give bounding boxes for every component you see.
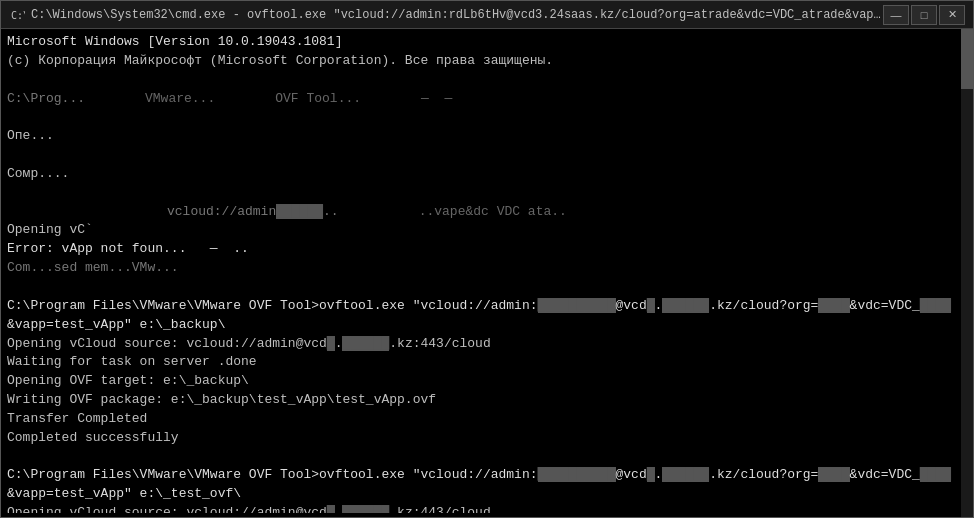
console-line <box>7 448 967 467</box>
close-button[interactable]: ✕ <box>939 5 965 25</box>
console-line: C:\Prog...VMware...OVF Tool...— — <box>7 90 967 109</box>
scrollbar-thumb[interactable] <box>961 29 973 89</box>
console-line: Opening OVF target: e:\_backup\ <box>7 372 967 391</box>
console-line: Writing OVF package: e:\_backup\test_vAp… <box>7 391 967 410</box>
console-line: Microsoft Windows [Version 10.0.19043.10… <box>7 33 967 52</box>
title-bar-left: C:\ C:\Windows\System32\cmd.exe - ovftoo… <box>9 7 883 23</box>
console-line: (c) Корпорация Майкрософт (Microsoft Cor… <box>7 52 967 71</box>
console-content: Microsoft Windows [Version 10.0.19043.10… <box>7 33 967 513</box>
console-line: Com...sed mem...VMw... <box>7 259 967 278</box>
scrollbar[interactable] <box>961 29 973 517</box>
console-line: Waiting for task on server .done <box>7 353 967 372</box>
cmd-window: C:\ C:\Windows\System32\cmd.exe - ovftoo… <box>0 0 974 518</box>
console-line: Сомр.... <box>7 165 967 184</box>
console-line <box>7 108 967 127</box>
console-line: Opening vC` <box>7 221 967 240</box>
title-bar: C:\ C:\Windows\System32\cmd.exe - ovftoo… <box>1 1 973 29</box>
cmd-icon: C:\ <box>9 7 25 23</box>
console-line: Transfer Completed <box>7 410 967 429</box>
console-line: &vapp=test_vApp" e:\_backup\ <box>7 316 967 335</box>
maximize-button[interactable]: □ <box>911 5 937 25</box>
console-line: C:\Program Files\VMware\VMware OVF Tool>… <box>7 297 967 316</box>
console-line: Opening vCloud source: vcloud://admin@vc… <box>7 504 967 513</box>
window-title: C:\Windows\System32\cmd.exe - ovftool.ex… <box>31 8 883 22</box>
svg-text:C:\: C:\ <box>11 10 25 21</box>
console-line: &vapp=test_vApp" e:\_test_ovf\ <box>7 485 967 504</box>
console-line: Completed successfully <box>7 429 967 448</box>
console-line: Error: vApp not foun... — .. <box>7 240 967 259</box>
console-line <box>7 278 967 297</box>
console-line <box>7 71 967 90</box>
console-line <box>7 184 967 203</box>
console-line: Opening vCloud source: vcloud://admin@vc… <box>7 335 967 354</box>
console-area: Microsoft Windows [Version 10.0.19043.10… <box>1 29 973 517</box>
console-line: vcloud://admin██████....vape&dc VDC ata.… <box>7 203 967 222</box>
console-line: C:\Program Files\VMware\VMware OVF Tool>… <box>7 466 967 485</box>
console-line: Опе... <box>7 127 967 146</box>
title-controls: — □ ✕ <box>883 5 965 25</box>
minimize-button[interactable]: — <box>883 5 909 25</box>
console-line <box>7 146 967 165</box>
